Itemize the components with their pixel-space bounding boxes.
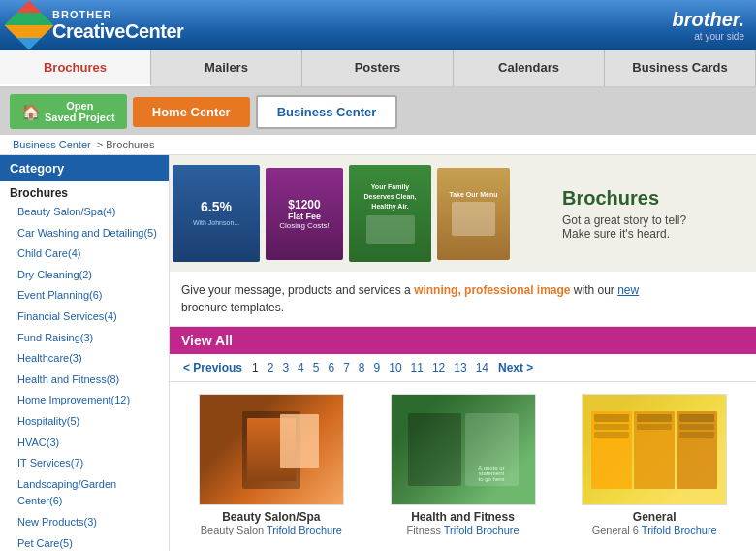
category-header: Category bbox=[0, 155, 169, 181]
product-sub-health: Fitness Trifold Brochure bbox=[373, 524, 553, 535]
description: Give your message, products and services… bbox=[170, 272, 756, 327]
logo-text: BROTHER CreativeCenter bbox=[52, 9, 183, 42]
description-mid: with our bbox=[570, 283, 617, 297]
page-4-link[interactable]: 4 bbox=[295, 360, 307, 375]
description-link[interactable]: new bbox=[617, 283, 639, 297]
page-3-link[interactable]: 3 bbox=[279, 360, 292, 375]
main-content: Category Brochures Beauty Salon/Spa(4) C… bbox=[0, 155, 756, 551]
brother-brand: brother. at your side bbox=[673, 9, 744, 42]
page-header: BROTHER CreativeCenter brother. at your … bbox=[0, 0, 756, 50]
page-9-link[interactable]: 9 bbox=[371, 360, 384, 375]
description-before: Give your message, products and services… bbox=[181, 283, 414, 297]
breadcrumb: Business Center > Brochures bbox=[0, 135, 756, 155]
logo-creative: CreativeCenter bbox=[52, 20, 183, 42]
banner-images: 6.5% With Johnson... $1200 Flat Fee Clos… bbox=[170, 155, 548, 272]
content-area: 6.5% With Johnson... $1200 Flat Fee Clos… bbox=[170, 155, 756, 551]
sidebar-link-pet[interactable]: Pet Care(5) bbox=[0, 534, 169, 552]
nav-tabs: Brochures Mailers Posters Calendars Busi… bbox=[0, 50, 756, 88]
product-thumb-beauty[interactable] bbox=[199, 394, 344, 505]
sidebar-link-child[interactable]: Child Care(4) bbox=[0, 243, 169, 265]
tab-business-cards[interactable]: Business Cards bbox=[605, 50, 756, 86]
home-center-button[interactable]: Home Center bbox=[133, 97, 250, 127]
product-card-general: General General 6 Trifold Brochure bbox=[564, 394, 744, 535]
banner-brochure-2: $1200 Flat Fee Closing Costs! bbox=[266, 168, 343, 260]
tab-brochures[interactable]: Brochures bbox=[0, 50, 151, 86]
product-card-beauty: Beauty Salon/Spa Beauty Salon Trifold Br… bbox=[181, 394, 362, 535]
sidebar-link-event[interactable]: Event Planning(6) bbox=[0, 285, 169, 307]
breadcrumb-current: Brochures bbox=[106, 139, 154, 150]
sidebar-link-landscaping[interactable]: Landscaping/Garden Center(6) bbox=[0, 474, 169, 512]
tab-posters[interactable]: Posters bbox=[302, 50, 454, 86]
page-1: 1 bbox=[249, 360, 262, 375]
toolbar: 🏠 Open Saved Project Home Center Busines… bbox=[0, 88, 756, 135]
logo-area: BROTHER CreativeCenter bbox=[12, 8, 183, 43]
product-grid: Beauty Salon/Spa Beauty Salon Trifold Br… bbox=[170, 382, 756, 547]
sidebar-link-hospitality[interactable]: Hospitality(5) bbox=[0, 411, 169, 433]
page-14-link[interactable]: 14 bbox=[473, 360, 491, 375]
logo-diamond-icon bbox=[5, 1, 54, 50]
product-name-beauty: Beauty Salon/Spa bbox=[181, 510, 362, 524]
sidebar-link-beauty[interactable]: Beauty Salon/Spa(4) bbox=[0, 202, 169, 223]
product-thumb-health[interactable]: A quote or statementto go here bbox=[391, 394, 536, 505]
prev-page-button[interactable]: < Previous bbox=[179, 360, 246, 375]
view-all-bar: View All bbox=[170, 327, 756, 354]
breadcrumb-link[interactable]: Business Center bbox=[10, 138, 94, 151]
page-10-link[interactable]: 10 bbox=[386, 360, 404, 375]
product-trifold-health[interactable]: Trifold Brochure bbox=[444, 524, 520, 535]
breadcrumb-separator: > bbox=[94, 139, 107, 150]
product-trifold-beauty[interactable]: Trifold Brochure bbox=[267, 524, 342, 535]
banner-brochure-3: Your Family Deserves Clean, Healthy Air. bbox=[349, 165, 431, 262]
sidebar-link-home[interactable]: Home Improvement(12) bbox=[0, 390, 169, 411]
sidebar-link-health[interactable]: Health and Fitness(8) bbox=[0, 370, 169, 391]
description-highlight: winning, professional image bbox=[414, 283, 570, 297]
business-center-button[interactable]: Business Center bbox=[256, 95, 398, 129]
open-saved-project-button[interactable]: 🏠 Open Saved Project bbox=[10, 94, 127, 129]
page-2-link[interactable]: 2 bbox=[265, 360, 277, 375]
product-sub-beauty: Beauty Salon Trifold Brochure bbox=[181, 524, 362, 535]
tab-mailers[interactable]: Mailers bbox=[151, 50, 302, 86]
logo-brother: BROTHER bbox=[52, 9, 183, 20]
product-thumb-general[interactable] bbox=[582, 394, 727, 505]
sidebar-link-car[interactable]: Car Washing and Detailing(5) bbox=[0, 223, 169, 244]
product-trifold-general[interactable]: Trifold Brochure bbox=[642, 524, 717, 535]
sidebar-brochures-label: Brochures bbox=[0, 181, 169, 202]
brother-name: brother. bbox=[673, 9, 744, 31]
description-after: brochure templates. bbox=[181, 301, 284, 314]
banner-subtitle: Got a great story to tell? Make sure it'… bbox=[562, 213, 741, 241]
view-all-button[interactable]: View All bbox=[181, 333, 233, 348]
next-page-button[interactable]: Next > bbox=[494, 360, 537, 375]
product-name-general: General bbox=[564, 510, 744, 524]
page-8-link[interactable]: 8 bbox=[356, 360, 368, 375]
product-name-health: Health and Fitness bbox=[373, 510, 553, 524]
page-5-link[interactable]: 5 bbox=[310, 360, 323, 375]
sidebar-link-dry[interactable]: Dry Cleaning(2) bbox=[0, 265, 169, 286]
sidebar-link-fund[interactable]: Fund Raising(3) bbox=[0, 328, 169, 349]
sidebar-link-healthcare[interactable]: Healthcare(3) bbox=[0, 348, 169, 370]
page-7-link[interactable]: 7 bbox=[340, 360, 353, 375]
banner-brochure-1: 6.5% With Johnson... bbox=[173, 165, 260, 262]
page-6-link[interactable]: 6 bbox=[325, 360, 337, 375]
banner-title: Brochures bbox=[562, 187, 741, 210]
page-11-link[interactable]: 11 bbox=[408, 360, 426, 375]
banner-brochure-4: Take Our Menu bbox=[437, 168, 510, 260]
sidebar-link-hvac[interactable]: HVAC(3) bbox=[0, 433, 169, 454]
page-12-link[interactable]: 12 bbox=[429, 360, 448, 375]
brother-tagline: at your side bbox=[673, 31, 744, 42]
page-13-link[interactable]: 13 bbox=[451, 360, 469, 375]
sidebar: Category Brochures Beauty Salon/Spa(4) C… bbox=[0, 155, 170, 551]
sidebar-link-it[interactable]: IT Services(7) bbox=[0, 453, 169, 474]
sidebar-link-new[interactable]: New Products(3) bbox=[0, 512, 169, 534]
banner-text: Brochures Got a great story to tell? Mak… bbox=[548, 178, 756, 250]
sidebar-link-financial[interactable]: Financial Services(4) bbox=[0, 307, 169, 328]
pagination: < Previous 1 2 3 4 5 6 7 8 9 10 11 12 13… bbox=[170, 354, 756, 382]
product-sub-general: General 6 Trifold Brochure bbox=[564, 524, 744, 535]
tab-calendars[interactable]: Calendars bbox=[454, 50, 605, 86]
banner: 6.5% With Johnson... $1200 Flat Fee Clos… bbox=[170, 155, 756, 272]
product-card-health: A quote or statementto go here Health an… bbox=[373, 394, 553, 535]
